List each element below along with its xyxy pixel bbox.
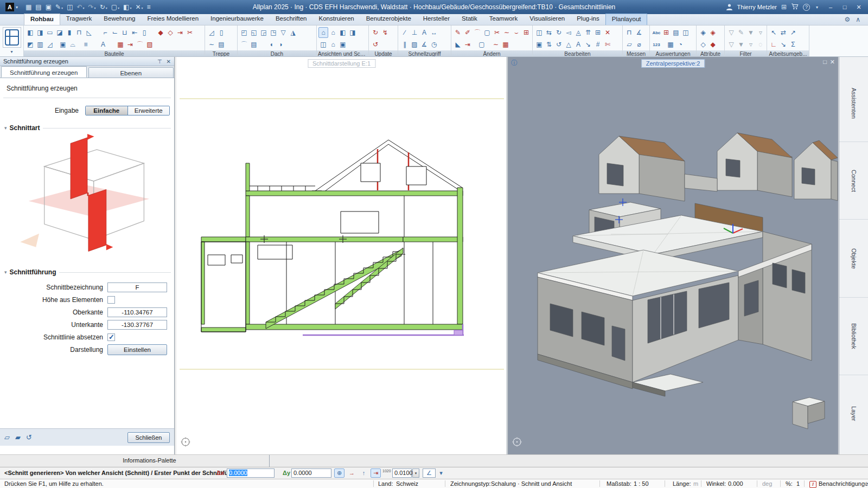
viewport-3d-label[interactable]: Zentralperspektive:2 bbox=[641, 59, 705, 68]
fillet-icon[interactable]: ⌒ bbox=[473, 27, 482, 38]
detail-window-icon[interactable]: ▣ bbox=[338, 39, 348, 50]
area-report-icon[interactable]: ◔ bbox=[675, 39, 685, 50]
eingabe-einfache-button[interactable]: Einfache bbox=[86, 106, 127, 115]
raise-icon[interactable]: ⇈ bbox=[583, 27, 593, 38]
hatch-wall-icon[interactable]: ▧ bbox=[145, 39, 155, 50]
maximize-button[interactable]: □ bbox=[840, 4, 850, 10]
section-schnittfuehrung[interactable]: ▾ Schnittführung bbox=[4, 268, 171, 276]
update-3d-icon[interactable]: ↻ bbox=[371, 27, 380, 38]
edit-box-icon[interactable]: ▢ bbox=[482, 27, 492, 38]
screen-icon[interactable]: ▢▾ bbox=[111, 3, 119, 11]
create-view-icon[interactable]: ⌂ bbox=[328, 27, 338, 38]
customize-toolbar-icon[interactable]: ≡ bbox=[147, 3, 151, 11]
report-icon[interactable]: ▤ bbox=[671, 27, 681, 38]
offset-value-input[interactable]: 0.0100 bbox=[392, 468, 412, 478]
assign-attribute-icon[interactable]: ◈ bbox=[698, 27, 708, 38]
notification-icon[interactable]: ! bbox=[809, 480, 816, 488]
massstab-value[interactable]: 1 : 50 bbox=[634, 480, 649, 487]
edit-text-icon[interactable]: A bbox=[573, 39, 583, 50]
strip-foundation-icon[interactable]: ◺ bbox=[84, 27, 94, 38]
tools-icon[interactable]: ✕▾ bbox=[135, 3, 143, 11]
barrel-roof-icon[interactable]: ◖ bbox=[266, 39, 276, 50]
align-3d-icon[interactable]: △ bbox=[564, 39, 573, 50]
ribbon-tab-bewehrung[interactable]: Bewehrung bbox=[98, 14, 141, 25]
skylight-icon[interactable]: ▽ bbox=[278, 27, 288, 38]
ribbon-tab-tragwerk[interactable]: Tragwerk bbox=[60, 14, 98, 25]
land-value[interactable]: Schweiz bbox=[396, 480, 418, 487]
ribbon-tab-teamwork[interactable]: Teamwork bbox=[483, 14, 524, 25]
layer-icon[interactable]: ≡ bbox=[81, 39, 91, 50]
project-structure-icon[interactable]: ▤ bbox=[35, 3, 41, 11]
stretch-entities-icon[interactable]: ↘ bbox=[583, 39, 593, 50]
stair-column-icon[interactable]: ▯ bbox=[216, 27, 226, 38]
pillar-icon[interactable]: ▯ bbox=[139, 27, 149, 38]
schnittbezeichnung-input[interactable]: F bbox=[107, 282, 167, 292]
smart-opening-icon[interactable]: ◇ bbox=[165, 27, 175, 38]
allplan-connect-icon[interactable]: ⊞ bbox=[781, 3, 787, 11]
collapse-ribbon-icon[interactable]: ∧ bbox=[856, 16, 860, 23]
filter-type-icon[interactable]: ▼ bbox=[746, 27, 756, 38]
section-schnittart[interactable]: ▾ Schnittart bbox=[4, 124, 171, 132]
rotate-cw-icon[interactable]: ↺ bbox=[554, 39, 564, 50]
app-button-caret-icon[interactable]: ▾ bbox=[10, 49, 12, 54]
profile-wall-icon[interactable]: ⌙ bbox=[110, 27, 120, 38]
sum-icon[interactable]: Σ bbox=[788, 39, 798, 50]
isometric-view-icon[interactable]: ⌂ bbox=[328, 39, 338, 50]
curve-edit-icon[interactable]: ⌣ bbox=[512, 27, 521, 38]
unterkante-input[interactable]: -130.37767 bbox=[107, 320, 167, 330]
window-layout-icon[interactable]: ◧▾ bbox=[123, 3, 131, 11]
create-section-icon[interactable]: ⌂ bbox=[318, 27, 328, 38]
align-icon[interactable]: ◬ bbox=[573, 27, 583, 38]
save-icon[interactable]: ▣ bbox=[46, 3, 52, 11]
hoehe-aus-elementen-checkbox[interactable] bbox=[107, 296, 115, 304]
modify-icon[interactable]: ✎ bbox=[453, 27, 463, 38]
gutter-icon[interactable]: ⌒ bbox=[239, 39, 249, 50]
angle-text-icon[interactable]: ∡ bbox=[419, 39, 429, 50]
smart-window-icon[interactable]: ⇥ bbox=[175, 27, 185, 38]
abc-label-icon[interactable]: A bbox=[98, 39, 108, 50]
dimension-icon[interactable]: ↔ bbox=[429, 27, 439, 38]
filter-pen-icon[interactable]: ✎ bbox=[736, 27, 746, 38]
attribute-list-icon[interactable]: ◇ bbox=[698, 39, 708, 50]
clock-icon[interactable]: ◷ bbox=[429, 39, 439, 50]
palette-titlebar[interactable]: Schnittführung erzeugen ⊤ ✕ bbox=[0, 57, 174, 66]
line-icon[interactable]: ∕ bbox=[400, 27, 410, 38]
swap-icon[interactable]: ⇄ bbox=[778, 27, 788, 38]
schliessen-button[interactable]: Schließen bbox=[127, 432, 170, 443]
parallel-icon[interactable]: ∥ bbox=[400, 39, 410, 50]
ribbon-tab-rohbau[interactable]: Rohbau bbox=[24, 14, 60, 25]
modify-attribute-icon[interactable]: ◈ bbox=[708, 27, 718, 38]
update-icon[interactable]: ↻▾ bbox=[100, 3, 107, 11]
section-display-icon[interactable]: ◧ bbox=[338, 27, 348, 38]
measure-angle-icon[interactable]: ∡ bbox=[634, 27, 644, 38]
tab-informations-palette[interactable]: Informations-Palette bbox=[30, 455, 270, 467]
restore-icon[interactable]: ↺ bbox=[371, 39, 380, 50]
close-icon[interactable]: ✕ bbox=[167, 59, 171, 65]
double-wall-icon[interactable]: ◨ bbox=[35, 27, 45, 38]
schnittlinie-absetzen-checkbox[interactable] bbox=[107, 333, 115, 341]
joint-icon[interactable]: ⇥ bbox=[125, 39, 135, 50]
tab-schnittfuehrung-erzeugen[interactable]: Schnittführung erzeugen bbox=[1, 66, 87, 78]
filter-element-icon[interactable]: ▽ bbox=[726, 27, 736, 38]
filter-search-icon[interactable]: ◌ bbox=[756, 39, 765, 50]
reset-icon[interactable]: ↺ bbox=[26, 433, 32, 441]
info-icon[interactable]: ⓘ bbox=[511, 59, 518, 68]
close-button[interactable]: ✕ bbox=[854, 4, 864, 11]
column-icon[interactable]: ▮ bbox=[65, 27, 74, 38]
project-open-icon[interactable]: ▦ bbox=[25, 3, 31, 11]
point-input-button[interactable]: ⊕ bbox=[334, 468, 344, 478]
ribbon-tab-konstruieren[interactable]: Konstruieren bbox=[312, 14, 360, 25]
hidden-calc-icon[interactable]: ◨ bbox=[348, 27, 358, 38]
ribbon-app-button[interactable]: ▾ bbox=[0, 25, 24, 56]
expansion-joint-icon[interactable]: ⇤ bbox=[130, 27, 139, 38]
array-icon[interactable]: ⊞ bbox=[593, 27, 603, 38]
track-line-button[interactable]: ∠ bbox=[423, 468, 436, 478]
ribbon-tab-freies-modellieren[interactable]: Freies Modellieren bbox=[142, 14, 205, 25]
edit-point-icon[interactable]: ✐ bbox=[463, 27, 473, 38]
mirror-icon[interactable]: ◅ bbox=[564, 27, 573, 38]
text-label-icon[interactable]: Abc bbox=[652, 27, 661, 38]
origin-compass-icon[interactable] bbox=[181, 437, 190, 447]
offset-point-button[interactable]: ⇥ bbox=[371, 468, 381, 478]
rotate-icon[interactable]: ↻ bbox=[554, 27, 564, 38]
recess-icon[interactable]: ⊔ bbox=[120, 27, 130, 38]
